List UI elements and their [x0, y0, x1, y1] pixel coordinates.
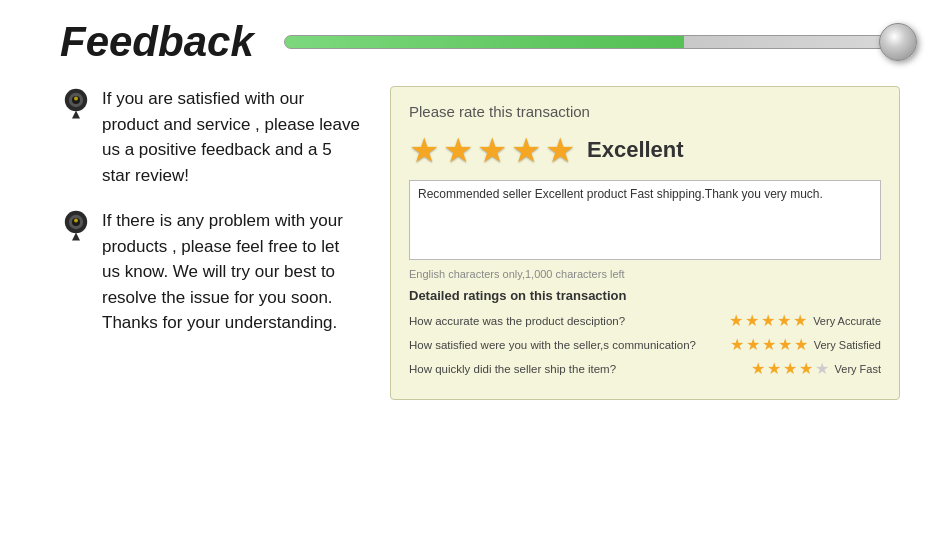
info-text-1: If you are satisfied with our product an…: [102, 86, 360, 188]
mini-star-3-2[interactable]: ★: [767, 359, 781, 378]
rating-label: Excellent: [587, 137, 684, 163]
pin-icon-2: [60, 210, 92, 242]
mini-stars-1[interactable]: ★ ★ ★ ★ ★ Very Accurate: [729, 311, 881, 330]
mini-stars-2[interactable]: ★ ★ ★ ★ ★ Very Satisfied: [730, 335, 881, 354]
mini-star-1-1[interactable]: ★: [729, 311, 743, 330]
slider-track: [284, 35, 900, 49]
star-2[interactable]: ★: [443, 130, 473, 170]
slider-thumb[interactable]: [879, 23, 917, 61]
rate-title: Please rate this transaction: [409, 103, 881, 120]
rating-row-3: How quickly didi the seller ship the ite…: [409, 359, 881, 378]
mini-star-2-1[interactable]: ★: [730, 335, 744, 354]
mini-star-2-4[interactable]: ★: [778, 335, 792, 354]
mini-star-3-3[interactable]: ★: [783, 359, 797, 378]
feedback-form: Please rate this transaction ★ ★ ★ ★ ★ E…: [390, 86, 900, 400]
info-block-1: If you are satisfied with our product an…: [60, 86, 360, 188]
rating-question-2: How satisfied were you with the seller,s…: [409, 339, 730, 351]
star-1[interactable]: ★: [409, 130, 439, 170]
mini-star-1-2[interactable]: ★: [745, 311, 759, 330]
char-limit: English characters only,1,000 characters…: [409, 268, 881, 280]
review-textarea[interactable]: [409, 180, 881, 260]
mini-star-1-5[interactable]: ★: [793, 311, 807, 330]
left-panel: If you are satisfied with our product an…: [60, 86, 360, 400]
mini-star-3-4[interactable]: ★: [799, 359, 813, 378]
mini-star-3-5[interactable]: ★: [815, 359, 829, 378]
main-content: If you are satisfied with our product an…: [0, 76, 930, 410]
info-text-2: If there is any problem with your produc…: [102, 208, 360, 336]
slider-track-right: [684, 36, 899, 48]
star-4[interactable]: ★: [511, 130, 541, 170]
mini-star-1-3[interactable]: ★: [761, 311, 775, 330]
mini-star-2-5[interactable]: ★: [794, 335, 808, 354]
mini-star-1-4[interactable]: ★: [777, 311, 791, 330]
rating-question-3: How quickly didi the seller ship the ite…: [409, 363, 751, 375]
rating-row-1: How accurate was the product desciption?…: [409, 311, 881, 330]
svg-point-4: [74, 96, 78, 100]
rating-slider[interactable]: [284, 28, 900, 56]
star-3[interactable]: ★: [477, 130, 507, 170]
star-rating-row[interactable]: ★ ★ ★ ★ ★ Excellent: [409, 130, 881, 170]
mini-star-2-3[interactable]: ★: [762, 335, 776, 354]
rating-question-1: How accurate was the product desciption?: [409, 315, 729, 327]
info-block-2: If there is any problem with your produc…: [60, 208, 360, 336]
svg-marker-3: [72, 110, 80, 118]
page-title: Feedback: [60, 18, 254, 66]
star-5[interactable]: ★: [545, 130, 575, 170]
rating-row-2: How satisfied were you with the seller,s…: [409, 335, 881, 354]
rating-label-1: Very Accurate: [813, 315, 881, 327]
mini-stars-3[interactable]: ★ ★ ★ ★ ★ Very Fast: [751, 359, 881, 378]
svg-point-9: [74, 218, 78, 222]
mini-star-2-2[interactable]: ★: [746, 335, 760, 354]
svg-marker-8: [72, 232, 80, 240]
rating-label-2: Very Satisfied: [814, 339, 881, 351]
mini-star-3-1[interactable]: ★: [751, 359, 765, 378]
pin-icon-1: [60, 88, 92, 120]
detailed-ratings-title: Detailed ratings on this transaction: [409, 288, 881, 303]
rating-label-3: Very Fast: [835, 363, 881, 375]
header: Feedback: [0, 0, 930, 76]
